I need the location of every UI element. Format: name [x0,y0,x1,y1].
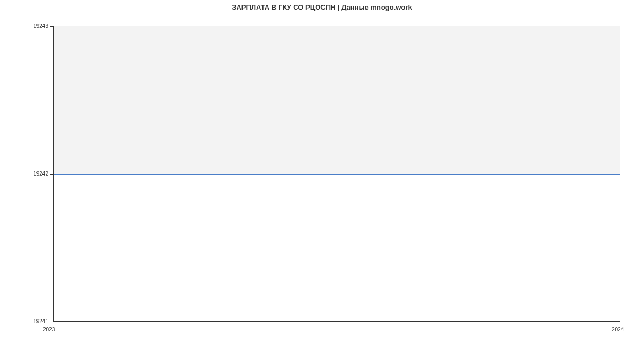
x-tick-label: 2023 [43,326,55,332]
y-tick [50,174,53,174]
chart-title: ЗАРПЛАТА В ГКУ СО РЦОСПН | Данные mnogo.… [0,3,644,11]
y-tick-label: 19243 [27,23,48,29]
x-tick-label: 2024 [612,326,624,332]
y-tick-label: 19242 [27,171,48,177]
plot-band-upper [54,26,620,174]
series-line [54,174,620,174]
y-tick-label: 19241 [27,318,48,324]
salary-line-chart: ЗАРПЛАТА В ГКУ СО РЦОСПН | Данные mnogo.… [0,0,644,349]
plot-area [53,26,620,322]
y-tick [50,322,53,322]
y-tick [50,26,53,27]
